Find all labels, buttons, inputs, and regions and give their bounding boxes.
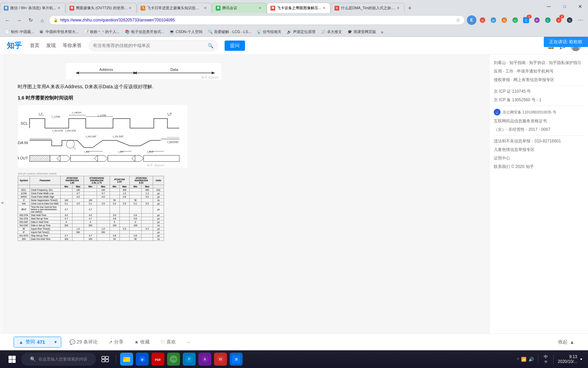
zhihu-logo[interactable]: 知乎 xyxy=(7,41,22,51)
sidebar-link-cert[interactable]: 证照中心 xyxy=(494,155,584,161)
nav-answer[interactable]: 等你来答 xyxy=(63,41,82,50)
taskbar-app-7[interactable]: W xyxy=(214,353,227,366)
page-actions-icon[interactable]: ⋯ xyxy=(576,15,585,25)
share-button[interactable]: ↗ 分享 xyxy=(106,338,126,347)
ext-icon-9[interactable]: Y 2 xyxy=(554,15,564,25)
ext-icon-10[interactable]: S xyxy=(565,15,574,25)
svg-text:t_LOW: t_LOW xyxy=(52,115,60,118)
tab-close-3[interactable]: ✕ xyxy=(202,5,208,11)
svg-text:P: P xyxy=(536,19,538,22)
bookmark-4[interactable]: 📚 电子信息类开放式... xyxy=(123,29,166,35)
ext-label-1: E xyxy=(470,18,473,22)
svg-text:W: W xyxy=(219,357,222,361)
maximize-button[interactable]: □ xyxy=(557,0,572,13)
police-badge-section[interactable]: ⚓ 京公网安备 11010802010035 号 xyxy=(494,109,584,116)
tab-4[interactable]: 腾 腾讯会议 ✕ xyxy=(212,3,266,13)
taskbar-clock[interactable]: 9:13 2020/10/... xyxy=(558,354,577,364)
collapse-chevron-icon: ▲ xyxy=(570,339,574,345)
tab-5[interactable]: 鹰 飞卡设备之鹰眼图像解压... ✕ xyxy=(267,3,330,13)
bookmark-icon-2: 🏛 xyxy=(39,30,44,34)
svg-text:e: e xyxy=(141,357,144,362)
taskbar-app-6[interactable]: A xyxy=(198,353,211,366)
task-view-button[interactable] xyxy=(99,353,112,366)
timing-diagram-svg: SCL SDA IN SDA OUT t_F t_HIGH t_LOW xyxy=(18,105,188,168)
collect-button[interactable]: ★ 收藏 xyxy=(132,338,152,347)
tab-close-5[interactable]: ✕ xyxy=(321,5,327,11)
taskbar-search-button[interactable]: 🔍 在这里输入您要搜索的内容 xyxy=(21,353,96,366)
refresh-button[interactable]: ↻ xyxy=(26,15,35,25)
nav-discover[interactable]: 发现 xyxy=(46,41,56,50)
network-icon[interactable]: 📶 xyxy=(521,357,526,362)
forward-button[interactable]: → xyxy=(14,15,24,25)
bookmark-star-icon[interactable]: ☆ xyxy=(456,17,460,23)
bookmark-7[interactable]: 📡 信号组相关 xyxy=(255,29,283,35)
close-button[interactable]: ✕ xyxy=(572,0,588,13)
tab-close-1[interactable]: ✕ xyxy=(56,5,62,11)
tab-2[interactable]: 鹰 鹰眼摄像头 (OV7725) 的使用... ✕ xyxy=(66,3,136,13)
tray-expand-icon[interactable]: ^ xyxy=(517,357,519,362)
ext-icon-7[interactable]: P xyxy=(532,15,542,25)
tab-close-6[interactable]: ✕ xyxy=(395,5,401,11)
like-button[interactable]: ♡ 喜欢 xyxy=(158,338,179,347)
taskbar-app-pdf[interactable]: PDF xyxy=(151,353,164,366)
sidebar-link-2[interactable]: 应用 · 工作 · 申请开通知乎机构号 xyxy=(494,68,584,74)
home-button[interactable]: ⌂ xyxy=(37,15,47,25)
bookmark-1[interactable]: 📄 制作-中国最... xyxy=(3,29,36,35)
taskbar-app-file-explorer[interactable] xyxy=(120,353,133,366)
ext-icon-1[interactable]: E xyxy=(467,15,476,25)
ext-icon-6[interactable]: Z 2 xyxy=(521,15,531,25)
bookmark-2[interactable]: 🏛 中国科学技术馆大... xyxy=(37,29,81,35)
taskbar-app-tencent-meeting[interactable]: 腾 xyxy=(230,353,243,366)
start-button[interactable] xyxy=(5,353,18,366)
tab-label-4: 腾讯会议 xyxy=(222,5,257,11)
bookmarks-more-icon[interactable]: » xyxy=(381,29,383,35)
tab-3[interactable]: 飞 飞卡日常进度之摄像头知识惩补... ✕ xyxy=(137,3,212,13)
ext-icon-5[interactable]: G xyxy=(510,15,520,25)
back-button[interactable]: ← xyxy=(3,15,12,25)
tab-close-4[interactable]: ✕ xyxy=(257,5,263,11)
ext-icon-4[interactable]: M xyxy=(500,15,509,25)
sidebar-link-noprofit[interactable]: （京）- 非经营性 - 2017 - 0067 xyxy=(494,127,584,133)
bookmark-9[interactable]: 📰 卓大推文 xyxy=(319,29,344,35)
notification-center-icon[interactable] xyxy=(580,353,583,365)
taskbar-app-4[interactable]: 🎮 xyxy=(167,353,180,366)
svg-rect-65 xyxy=(144,155,179,162)
nav-home[interactable]: 首页 xyxy=(30,41,39,50)
sidebar-link-report[interactable]: 违法和不良信息举报：010-82716601 xyxy=(494,138,584,144)
bookmark-10[interactable]: 🎓 雨课堂网页版 xyxy=(345,29,378,35)
address-bar[interactable]: 🔒 https://www.zhihu.com/question/3262057… xyxy=(49,15,465,25)
sidebar-link-child[interactable]: 儿童色情信息举报专区 xyxy=(494,147,584,153)
sidebar-link-1[interactable]: 刘看山 · 知乎指南 · 知乎协议 · 知乎隐私保护指引 xyxy=(494,60,584,66)
bookmark-5[interactable]: 💻 CSDN-个人空间 xyxy=(167,29,205,35)
sidebar-link-contact[interactable]: 联系我们 © 2020 知乎 xyxy=(494,164,584,170)
tab-6[interactable]: D 什么是DMA_Tim的嵌入式之旅-... ✕ xyxy=(331,3,405,13)
taskbar-app-5[interactable]: P xyxy=(183,353,196,366)
zhihu-ask-button[interactable]: 提问 xyxy=(225,41,245,51)
zhihu-search-input[interactable] xyxy=(93,43,208,48)
bookmark-6[interactable]: 🔍 吾爱破解 - LCG - LS... xyxy=(206,29,253,35)
new-tab-button[interactable]: + xyxy=(405,3,414,13)
ext-icon-2[interactable]: G xyxy=(478,15,487,25)
sidebar-link-icp1[interactable]: 京 ICP 证 110745 号 xyxy=(494,89,584,94)
sidebar-link-drug[interactable]: 互联网药品信息服务资格证书 xyxy=(494,118,584,124)
collapse-button[interactable]: 收起 ▲ xyxy=(558,339,574,345)
volume-icon[interactable]: 🔊 xyxy=(528,357,534,362)
bookmark-3[interactable]: 📝 欧欧丶丶的个人... xyxy=(82,29,121,35)
more-button[interactable]: ··· xyxy=(184,338,194,346)
zhihu-search-bar[interactable]: 🔍 xyxy=(88,40,218,51)
tab-close-2[interactable]: ✕ xyxy=(127,5,133,11)
ext-icon-8[interactable]: C xyxy=(543,15,553,25)
ext-icon-3[interactable]: W xyxy=(489,15,498,25)
ext-badge-9: 2 xyxy=(559,15,564,18)
sidebar-link-icp2[interactable]: 京 ICP 备 13052560 号 - 1 xyxy=(494,97,584,103)
comment-button[interactable]: 💬 29 条评论 xyxy=(67,338,100,347)
minimize-button[interactable]: ─ xyxy=(541,0,557,13)
upvote-button[interactable]: ▲ 赞同 471 xyxy=(14,337,50,347)
downvote-button[interactable]: ▼ xyxy=(50,337,61,347)
sidebar-collapse-left[interactable]: ◀ xyxy=(0,55,4,350)
taskbar-app-browser[interactable]: e xyxy=(136,353,149,366)
tab-1[interactable]: 微 微信 / 99+ 条消息) 单片机... ✕ xyxy=(0,3,65,13)
sidebar-link-3[interactable]: 侵权举报 · 网上有害信息举报专区 xyxy=(494,77,584,83)
bookmark-8[interactable]: 🔊 声源定位原理 xyxy=(285,29,317,35)
ime-indicator[interactable]: 中 中 xyxy=(542,354,549,364)
